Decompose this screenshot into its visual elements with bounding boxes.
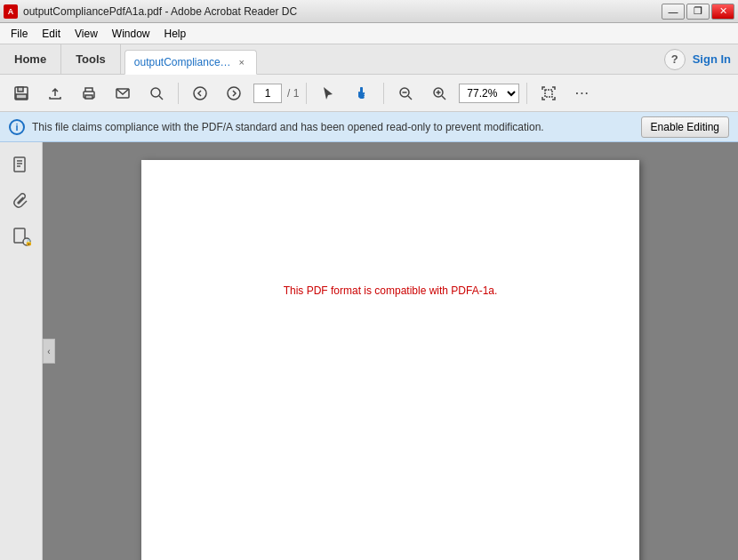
search-button[interactable] xyxy=(142,79,171,108)
tab-close-button[interactable]: × xyxy=(237,56,247,68)
left-sidebar: 🔒 xyxy=(0,142,43,560)
menu-bar: File Edit View Window Help xyxy=(0,23,738,44)
select-tool-button[interactable] xyxy=(314,79,342,108)
info-bar: i This file claims compliance with the P… xyxy=(0,112,738,142)
info-icon: i xyxy=(9,119,25,135)
toolbar-separator-3 xyxy=(383,83,384,104)
toolbar-separator-2 xyxy=(306,83,307,104)
attachments-tool[interactable] xyxy=(5,185,37,217)
pdf-viewer-area[interactable]: This PDF format is compatible with PDFA-… xyxy=(43,142,738,560)
menu-help[interactable]: Help xyxy=(157,26,194,42)
info-message: This file claims compliance with the PDF… xyxy=(32,121,634,133)
page-thumbnails-tool[interactable] xyxy=(5,149,37,181)
svg-point-11 xyxy=(194,87,206,100)
svg-rect-20 xyxy=(545,90,552,97)
title-bar: A outputCompliancePdfA1a.pdf - Adobe Acr… xyxy=(0,0,738,23)
zoom-in-button[interactable] xyxy=(425,79,453,108)
pdf-page: This PDF format is compatible with PDFA-… xyxy=(141,160,639,560)
help-button[interactable]: ? xyxy=(664,49,686,70)
pdf-content-text: This PDF format is compatible with PDFA-… xyxy=(284,284,498,297)
enable-editing-button[interactable]: Enable Editing xyxy=(641,116,729,138)
menu-file[interactable]: File xyxy=(4,26,35,42)
print-button[interactable] xyxy=(75,79,103,108)
fit-page-button[interactable] xyxy=(534,79,563,108)
toolbar-separator-4 xyxy=(526,83,527,104)
sign-in-button[interactable]: Sign In xyxy=(693,52,731,66)
svg-point-12 xyxy=(228,87,240,100)
email-button[interactable] xyxy=(108,79,137,108)
minimize-button[interactable]: — xyxy=(662,4,685,20)
svg-rect-21 xyxy=(14,157,25,172)
close-button[interactable]: ✕ xyxy=(711,4,734,20)
title-bar-left: A outputCompliancePdfA1a.pdf - Adobe Acr… xyxy=(4,4,297,19)
tab-bar-right: ? Sign In xyxy=(664,44,738,74)
prev-page-button[interactable] xyxy=(186,79,214,108)
tab-home[interactable]: Home xyxy=(0,44,61,74)
page-total: / 1 xyxy=(287,87,299,100)
active-tab-label: outputCompliance… xyxy=(134,56,231,68)
next-page-button[interactable] xyxy=(220,79,248,108)
toolbar-separator-1 xyxy=(178,83,179,104)
sidebar-collapse-button[interactable]: ‹ xyxy=(43,339,55,364)
menu-view[interactable]: View xyxy=(68,26,105,42)
svg-point-9 xyxy=(151,88,160,97)
tab-active-document[interactable]: outputCompliance… × xyxy=(124,50,257,75)
hand-tool-button[interactable] xyxy=(348,79,376,108)
window-title: outputCompliancePdfA1a.pdf - Adobe Acrob… xyxy=(23,5,297,18)
save-button[interactable] xyxy=(7,79,36,108)
tab-tools[interactable]: Tools xyxy=(61,44,121,74)
signed-icon[interactable]: 🔒 xyxy=(5,220,37,252)
svg-line-10 xyxy=(159,96,163,100)
menu-window[interactable]: Window xyxy=(105,26,157,42)
window-controls: — ❐ ✕ xyxy=(662,4,734,20)
main-area: 🔒 ‹ This PDF format is compatible with P… xyxy=(0,142,738,560)
menu-edit[interactable]: Edit xyxy=(35,26,68,42)
svg-line-15 xyxy=(408,96,412,100)
zoom-out-button[interactable] xyxy=(391,79,420,108)
svg-line-19 xyxy=(442,96,445,100)
tab-bar: Home Tools outputCompliance… × ? Sign In xyxy=(0,44,738,75)
app-icon: A xyxy=(4,4,18,19)
more-options-button[interactable]: ··· xyxy=(568,79,597,108)
zoom-select[interactable]: 77.2% 50% 75% 100% 125% 150% xyxy=(459,84,519,103)
svg-text:🔒: 🔒 xyxy=(25,238,31,246)
upload-button[interactable] xyxy=(41,79,69,108)
page-number-input[interactable] xyxy=(253,84,282,103)
restore-button[interactable]: ❐ xyxy=(686,4,710,20)
toolbar: / 1 77.2% 50% 75% 100% 1 xyxy=(0,75,738,112)
